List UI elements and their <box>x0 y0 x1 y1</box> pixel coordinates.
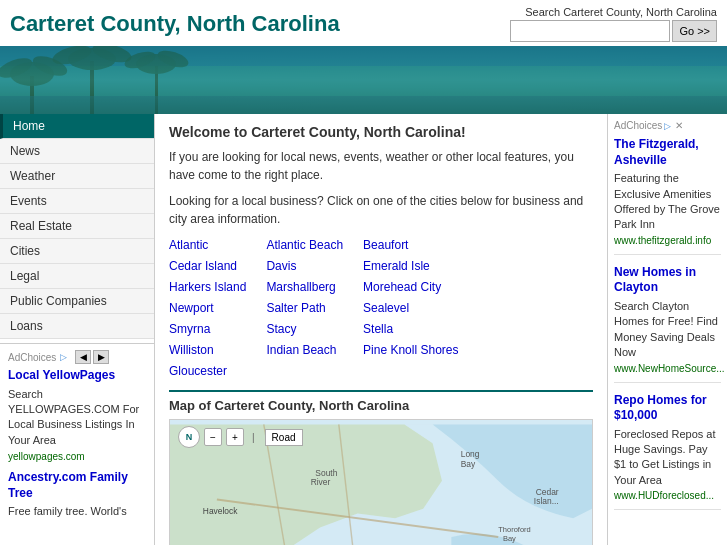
page-title: Carteret County, North Carolina <box>10 11 340 37</box>
cities-grid: Atlantic Cedar Island Harkers Island New… <box>169 236 593 380</box>
nav-home[interactable]: Home <box>0 114 154 139</box>
right-ad3-desc: Foreclosed Repos at Huge Savings. Pay $1… <box>614 427 721 489</box>
map-section: Map of Carteret County, North Carolina <box>169 390 593 545</box>
search-button[interactable]: Go >> <box>672 20 717 42</box>
header: Carteret County, North Carolina Search C… <box>0 0 727 46</box>
city-stacy[interactable]: Stacy <box>266 320 343 338</box>
svg-rect-14 <box>0 96 727 114</box>
intro-text: If you are looking for local news, event… <box>169 148 593 184</box>
svg-text:Islan...: Islan... <box>534 496 559 506</box>
ad-next-button[interactable]: ▶ <box>93 350 109 364</box>
banner-image <box>0 46 727 114</box>
city-harkers-island[interactable]: Harkers Island <box>169 278 246 296</box>
city-sealevel[interactable]: Sealevel <box>363 299 458 317</box>
banner-svg <box>0 46 727 114</box>
nav-events[interactable]: Events <box>0 189 154 214</box>
right-ad1-title[interactable]: The Fitzgerald, Asheville <box>614 137 721 168</box>
city-gloucester[interactable]: Gloucester <box>169 362 246 380</box>
svg-text:River: River <box>311 477 331 487</box>
right-adchoices-close[interactable]: ✕ <box>675 120 683 131</box>
right-ad2-desc: Search Clayton Homes for Free! Find Mone… <box>614 299 721 361</box>
city-newport[interactable]: Newport <box>169 299 246 317</box>
right-ad2-title[interactable]: New Homes in Clayton <box>614 265 721 296</box>
nav-weather[interactable]: Weather <box>0 164 154 189</box>
city-atlantic-beach[interactable]: Atlantic Beach <box>266 236 343 254</box>
city-marshallberg[interactable]: Marshallberg <box>266 278 343 296</box>
city-williston[interactable]: Williston <box>169 341 246 359</box>
right-ad3-url: www.HUDforeclosed... <box>614 490 721 501</box>
welcome-heading: Welcome to Carteret County, North Caroli… <box>169 124 593 140</box>
left-sidebar: Home News Weather Events Real Estate Cit… <box>0 114 155 545</box>
map-type-button[interactable]: Road <box>265 429 303 446</box>
city-davis[interactable]: Davis <box>266 257 343 275</box>
right-adchoices-label: AdChoices <box>614 120 662 131</box>
sidebar-ad1-title[interactable]: Local YellowPages <box>8 368 146 384</box>
cities-col3: Beaufort Emerald Isle Morehead City Seal… <box>363 236 458 380</box>
svg-text:Havelock: Havelock <box>203 506 238 516</box>
map-container[interactable]: Havelock Harlowe Long Bay South River Th… <box>169 419 593 545</box>
adchoices-icon: ▷ <box>60 352 67 362</box>
city-smyrna[interactable]: Smyrna <box>169 320 246 338</box>
nav-public-companies[interactable]: Public Companies <box>0 289 154 314</box>
map-background: Havelock Harlowe Long Bay South River Th… <box>170 420 592 545</box>
city-atlantic[interactable]: Atlantic <box>169 236 246 254</box>
nav-news[interactable]: News <box>0 139 154 164</box>
search-input[interactable] <box>510 20 670 42</box>
city-stella[interactable]: Stella <box>363 320 458 338</box>
right-ad3: Repo Homes for $10,000 Foreclosed Repos … <box>614 393 721 511</box>
city-morehead-city[interactable]: Morehead City <box>363 278 458 296</box>
main-content: Welcome to Carteret County, North Caroli… <box>155 114 607 545</box>
svg-text:Bay: Bay <box>461 459 476 469</box>
adchoices-bar: AdChoices ▷ ◀ ▶ <box>8 350 146 364</box>
business-text: Looking for a local business? Click on o… <box>169 192 593 228</box>
sidebar-ad2-desc: Free family tree. World's <box>8 504 146 519</box>
sidebar-ad1-url: yellowpages.com <box>8 451 146 462</box>
search-row: Go >> <box>510 20 717 42</box>
right-ad3-title[interactable]: Repo Homes for $10,000 <box>614 393 721 424</box>
main-layout: Home News Weather Events Real Estate Cit… <box>0 114 727 545</box>
nav-real-estate[interactable]: Real Estate <box>0 214 154 239</box>
right-adchoices: AdChoices ▷ ✕ <box>614 120 721 131</box>
sidebar-ad2-title[interactable]: Ancestry.com Family Tree <box>8 470 146 501</box>
map-zoom-in[interactable]: + <box>226 428 244 446</box>
right-ad2: New Homes in Clayton Search Clayton Home… <box>614 265 721 383</box>
ad-prev-button[interactable]: ◀ <box>75 350 91 364</box>
right-sidebar: AdChoices ▷ ✕ The Fitzgerald, Asheville … <box>607 114 727 545</box>
svg-text:Bay: Bay <box>503 534 516 543</box>
city-emerald-isle[interactable]: Emerald Isle <box>363 257 458 275</box>
city-pine-knoll-shores[interactable]: Pine Knoll Shores <box>363 341 458 359</box>
city-cedar-island[interactable]: Cedar Island <box>169 257 246 275</box>
map-zoom-out[interactable]: − <box>204 428 222 446</box>
city-beaufort[interactable]: Beaufort <box>363 236 458 254</box>
nav-cities[interactable]: Cities <box>0 239 154 264</box>
city-salter-path[interactable]: Salter Path <box>266 299 343 317</box>
search-area: Search Carteret County, North Carolina G… <box>510 6 717 42</box>
cities-col2: Atlantic Beach Davis Marshallberg Salter… <box>266 236 343 380</box>
sidebar-ad: AdChoices ▷ ◀ ▶ Local YellowPages Search… <box>0 343 154 529</box>
map-controls: N − + | Road <box>178 426 303 448</box>
compass: N <box>178 426 200 448</box>
right-ad2-url: www.NewHomeSource... <box>614 363 721 374</box>
sidebar-ad1-desc: Search YELLOWPAGES.COM For Local Busines… <box>8 387 146 449</box>
right-adchoices-icon: ▷ <box>664 121 671 131</box>
ad-nav-arrows: ◀ ▶ <box>75 350 109 364</box>
search-label: Search Carteret County, North Carolina <box>525 6 717 18</box>
map-heading: Map of Carteret County, North Carolina <box>169 390 593 413</box>
nav-loans[interactable]: Loans <box>0 314 154 339</box>
city-indian-beach[interactable]: Indian Beach <box>266 341 343 359</box>
map-divider: | <box>252 432 255 443</box>
cities-col1: Atlantic Cedar Island Harkers Island New… <box>169 236 246 380</box>
right-ad1: The Fitzgerald, Asheville Featuring the … <box>614 137 721 255</box>
right-ad1-desc: Featuring the Exclusive Amenities Offere… <box>614 171 721 233</box>
nav-legal[interactable]: Legal <box>0 264 154 289</box>
right-ad1-url: www.thefitzgerald.info <box>614 235 721 246</box>
adchoices-label: AdChoices <box>8 352 56 363</box>
